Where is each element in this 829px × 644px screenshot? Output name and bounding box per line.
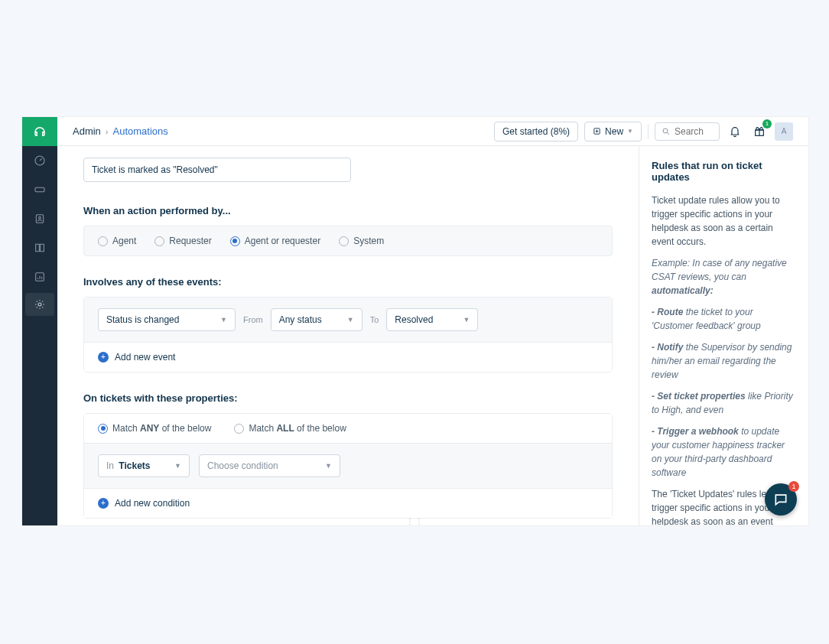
breadcrumb-root[interactable]: Admin bbox=[73, 125, 101, 137]
radio-icon bbox=[230, 236, 240, 246]
select-value: Status is changed bbox=[106, 314, 179, 325]
match-any-option[interactable]: Match ANY of the below bbox=[98, 423, 211, 434]
option-system[interactable]: System bbox=[339, 236, 384, 246]
svg-point-7 bbox=[663, 128, 668, 133]
search-input[interactable] bbox=[675, 126, 713, 137]
chat-icon bbox=[773, 492, 788, 507]
match-mode-row: Match ANY of the below Match ALL of the … bbox=[84, 414, 612, 444]
gift-button[interactable]: 1 bbox=[750, 122, 769, 141]
events-title: Involves any of these events: bbox=[83, 276, 613, 288]
events-panel: Status is changed▼ From Any status▼ To R… bbox=[83, 297, 613, 372]
event-row: Status is changed▼ From Any status▼ To R… bbox=[84, 298, 612, 343]
chevron-down-icon: ▼ bbox=[325, 462, 332, 470]
performed-by-title: When an action performed by... bbox=[83, 205, 613, 216]
sidebar bbox=[22, 117, 57, 525]
chevron-down-icon: ▼ bbox=[347, 316, 354, 324]
get-started-button[interactable]: Get started (8%) bbox=[494, 122, 578, 141]
resize-handle-icon: ⋮⋮ bbox=[406, 517, 424, 525]
radio-icon bbox=[154, 236, 164, 246]
option-agent-or-requester[interactable]: Agent or requester bbox=[230, 236, 320, 246]
nav-contacts[interactable] bbox=[22, 204, 57, 233]
new-button[interactable]: New ▼ bbox=[584, 122, 642, 141]
nav-tickets[interactable] bbox=[22, 175, 57, 204]
chevron-down-icon: ▼ bbox=[220, 316, 227, 324]
radio-icon bbox=[339, 236, 349, 246]
nav-reports[interactable] bbox=[22, 262, 57, 291]
breadcrumb-current[interactable]: Automations bbox=[113, 125, 168, 137]
performed-by-options: Agent Requester Agent or requester Syste… bbox=[98, 236, 598, 246]
rule-title-input[interactable] bbox=[83, 158, 351, 182]
condition-select[interactable]: Choose condition▼ bbox=[199, 454, 340, 477]
add-event-label: Add new event bbox=[115, 352, 175, 363]
option-label: Agent or requester bbox=[245, 236, 320, 246]
notifications-button[interactable] bbox=[726, 122, 744, 141]
properties-panel: Match ANY of the below Match ALL of the … bbox=[83, 413, 613, 519]
content-row: When an action performed by... Agent Req… bbox=[57, 146, 808, 525]
option-agent[interactable]: Agent bbox=[98, 236, 136, 246]
event-from-select[interactable]: Any status▼ bbox=[271, 308, 362, 331]
chat-widget[interactable]: 1 bbox=[765, 483, 797, 516]
bell-icon bbox=[729, 125, 741, 138]
info-bullet: - Trigger a webhook to update your custo… bbox=[652, 424, 796, 480]
nav-solutions[interactable] bbox=[22, 233, 57, 262]
get-started-label: Get started (8%) bbox=[502, 126, 570, 137]
option-requester[interactable]: Requester bbox=[154, 236, 211, 246]
topbar: Admin › Automations Get started (8%) New… bbox=[57, 117, 808, 146]
info-title: Rules that run on ticket updates bbox=[652, 160, 796, 183]
plus-icon: + bbox=[98, 498, 109, 509]
svg-rect-1 bbox=[35, 187, 44, 191]
svg-point-5 bbox=[38, 303, 41, 306]
condition-row: In Tickets ▼ Choose condition▼ bbox=[84, 444, 612, 489]
avatar[interactable]: A bbox=[775, 122, 793, 141]
select-value: Any status bbox=[279, 314, 322, 325]
app-logo[interactable] bbox=[22, 117, 57, 146]
chevron-right-icon: › bbox=[106, 127, 109, 136]
radio-icon bbox=[98, 236, 108, 246]
info-panel: Rules that run on ticket updates Ticket … bbox=[639, 146, 808, 525]
main-column: Admin › Automations Get started (8%) New… bbox=[57, 117, 808, 525]
to-label: To bbox=[370, 315, 379, 324]
search-box[interactable] bbox=[655, 122, 720, 141]
breadcrumb: Admin › Automations bbox=[73, 125, 168, 137]
properties-title: On tickets with these properties: bbox=[83, 392, 613, 404]
info-example: Example: In case of any negative CSAT re… bbox=[652, 256, 796, 298]
option-label: System bbox=[353, 236, 384, 246]
search-icon bbox=[662, 127, 671, 136]
radio-icon bbox=[234, 424, 244, 434]
event-to-select[interactable]: Resolved▼ bbox=[386, 308, 478, 331]
event-type-select[interactable]: Status is changed▼ bbox=[98, 308, 236, 331]
select-placeholder: Choose condition bbox=[207, 460, 278, 471]
select-value: In Tickets bbox=[106, 460, 151, 471]
info-bullet: - Set ticket properties like Priority to… bbox=[652, 389, 796, 417]
info-paragraph: Ticket update rules allow you to trigger… bbox=[652, 194, 796, 249]
nav-dashboard[interactable] bbox=[22, 146, 57, 175]
match-any-label: Match ANY of the below bbox=[112, 423, 211, 434]
new-label: New bbox=[605, 126, 623, 137]
option-label: Agent bbox=[112, 236, 136, 246]
performed-by-panel: Agent Requester Agent or requester Syste… bbox=[83, 226, 613, 256]
chevron-down-icon: ▼ bbox=[627, 128, 633, 135]
gift-badge: 1 bbox=[762, 119, 772, 128]
option-label: Requester bbox=[169, 236, 211, 246]
divider bbox=[648, 124, 649, 139]
plus-square-icon bbox=[593, 127, 601, 135]
add-event-button[interactable]: + Add new event bbox=[84, 343, 612, 372]
svg-point-3 bbox=[39, 216, 41, 219]
info-body: Ticket update rules allow you to trigger… bbox=[652, 194, 796, 525]
chevron-down-icon: ▼ bbox=[174, 462, 181, 470]
info-bullet: - Route the ticket to your 'Customer fee… bbox=[652, 305, 796, 333]
match-all-label: Match ALL of the below bbox=[249, 423, 346, 434]
chat-badge: 1 bbox=[788, 481, 799, 492]
select-value: Resolved bbox=[395, 314, 433, 325]
radio-icon bbox=[98, 424, 108, 434]
scope-select[interactable]: In Tickets ▼ bbox=[98, 454, 190, 477]
add-condition-button[interactable]: + Add new condition bbox=[84, 489, 612, 518]
plus-icon: + bbox=[98, 352, 109, 363]
from-label: From bbox=[243, 315, 263, 324]
match-all-option[interactable]: Match ALL of the below bbox=[234, 423, 346, 434]
app-frame: Admin › Automations Get started (8%) New… bbox=[21, 116, 809, 526]
nav-admin[interactable] bbox=[25, 293, 54, 316]
rule-editor: When an action performed by... Agent Req… bbox=[57, 146, 639, 525]
info-bullet: - Notify the Supervisor by sending him/h… bbox=[652, 340, 796, 382]
chevron-down-icon: ▼ bbox=[463, 316, 470, 324]
